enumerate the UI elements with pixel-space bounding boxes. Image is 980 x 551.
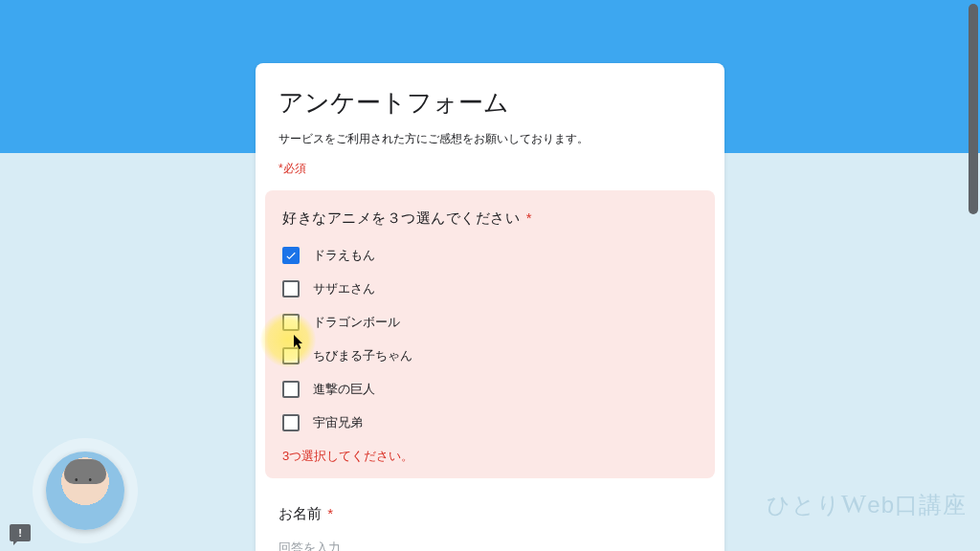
question-title: 好きなアニメを３つ選んでください * xyxy=(282,209,698,228)
option-label: ちびまる子ちゃん xyxy=(313,347,412,364)
scrollbar-thumb[interactable] xyxy=(969,4,978,214)
feedback-button[interactable]: ! xyxy=(10,524,31,541)
checkbox-icon xyxy=(282,280,300,298)
required-asterisk: * xyxy=(327,505,333,521)
option-label: 宇宙兄弟 xyxy=(313,414,363,431)
question-text: 好きなアニメを３つ選んでください xyxy=(282,209,520,226)
question-text: お名前 xyxy=(278,505,322,521)
form-card: アンケートフォーム サービスをご利用された方にご感想をお願いしております。 *必… xyxy=(256,63,724,551)
required-indicator: *必須 xyxy=(278,161,702,177)
checkbox-icon xyxy=(282,381,300,398)
question-anime: 好きなアニメを３つ選んでください * ドラえもん サザエさん ドラゴンボール ち… xyxy=(265,190,715,478)
checkbox-icon xyxy=(282,347,300,364)
option-chibimaruko[interactable]: ちびまる子ちゃん xyxy=(282,347,698,364)
name-input[interactable] xyxy=(278,537,490,551)
checkbox-icon xyxy=(282,414,300,431)
question-name: お名前 * xyxy=(256,490,724,551)
form-description: サービスをご利用された方にご感想をお願いしております。 xyxy=(278,131,702,147)
form-header: アンケートフォーム サービスをご利用された方にご感想をお願いしております。 *必… xyxy=(256,63,724,177)
option-sazae[interactable]: サザエさん xyxy=(282,280,698,298)
option-label: ドラゴンボール xyxy=(313,314,400,331)
option-doraemon[interactable]: ドラえもん xyxy=(282,247,698,264)
exclamation-icon: ! xyxy=(18,527,22,539)
watermark: ひとりWeb口講座 xyxy=(767,489,967,520)
validation-error: 3つ選択してください。 xyxy=(282,448,698,465)
option-label: サザエさん xyxy=(313,280,375,298)
form-title: アンケートフォーム xyxy=(278,86,702,120)
check-icon xyxy=(284,249,298,262)
option-label: 進撃の巨人 xyxy=(313,381,375,398)
option-shingeki[interactable]: 進撃の巨人 xyxy=(282,381,698,398)
checkbox-icon xyxy=(282,247,300,264)
question-title: お名前 * xyxy=(278,505,702,523)
required-asterisk: * xyxy=(526,209,532,226)
avatar[interactable] xyxy=(46,452,124,530)
option-label: ドラえもん xyxy=(313,247,375,264)
option-uchukyodai[interactable]: 宇宙兄弟 xyxy=(282,414,698,431)
checkbox-icon xyxy=(282,314,300,331)
option-dragonball[interactable]: ドラゴンボール xyxy=(282,314,698,331)
